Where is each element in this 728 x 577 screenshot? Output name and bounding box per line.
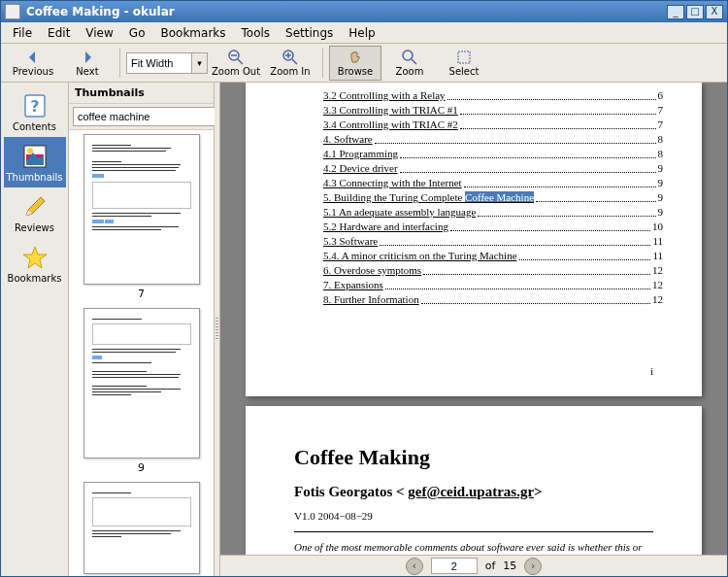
toc-title: 7. Expansions <box>323 278 383 292</box>
toc-entry[interactable]: 3.2 Controlling with a Relay6 <box>323 88 663 103</box>
toc-title: 5. Building the Turing Complete Coffee M… <box>323 190 534 205</box>
toc-entry[interactable]: 4. Software8 <box>323 132 663 147</box>
next-button[interactable]: Next <box>61 46 114 81</box>
menu-file[interactable]: File <box>5 24 40 42</box>
sidebar-tab-thumbnails[interactable]: Thumbnails <box>4 137 66 187</box>
toc-page-number: 11 <box>652 249 663 263</box>
thumbnail-item[interactable] <box>83 482 200 574</box>
toc-entry[interactable]: 5.3 Software11 <box>323 234 663 249</box>
doc-version: V1.0 2004−08−29 <box>294 510 653 522</box>
toc-page-number: 12 <box>652 292 663 307</box>
minimize-button[interactable]: _ <box>667 5 684 19</box>
toc-page-number: 8 <box>658 147 664 161</box>
menu-edit[interactable]: Edit <box>40 24 78 42</box>
thumbnail-preview <box>83 482 200 574</box>
toc-leader-dots <box>423 263 650 275</box>
toc-entry[interactable]: 4.1 Programming8 <box>323 147 663 161</box>
close-button[interactable]: X <box>706 5 723 19</box>
zoom-combo[interactable]: ▾ <box>126 51 208 75</box>
toc-page-number: 10 <box>652 220 663 234</box>
prev-page-button[interactable]: ‹ <box>406 558 423 575</box>
toc-entry[interactable]: 4.3 Connecting with the Internet9 <box>323 176 663 190</box>
toc-entry[interactable]: 4.2 Device driver9 <box>323 161 663 176</box>
zoom-out-icon <box>228 50 244 65</box>
document-view: 3.2 Controlling with a Relay63.3 Control… <box>220 83 727 576</box>
window-title: Coffee Making - okular <box>26 5 665 18</box>
next-page-button[interactable]: › <box>524 558 542 575</box>
toc-title: 3.4 Controlling with TRIAC #2 <box>323 118 458 132</box>
menu-settings[interactable]: Settings <box>278 24 341 42</box>
menu-help[interactable]: Help <box>341 24 382 42</box>
toc-title: 3.3 Controlling with TRIAC #1 <box>323 103 458 118</box>
toc-entry[interactable]: 5.2 Hardware and interfacing10 <box>323 220 663 234</box>
sidebar-tab-contents[interactable]: ? Contents <box>4 86 66 137</box>
svg-rect-9 <box>458 51 470 63</box>
magnifier-icon <box>402 50 417 65</box>
separator <box>322 49 323 78</box>
toc-page-number: 9 <box>658 161 664 176</box>
toc-leader-dots <box>536 190 655 202</box>
thumbnails-search-row: ⌫ 🔍 <box>69 104 214 129</box>
toc-leader-dots <box>385 278 650 289</box>
toc-title: 6. Overdose symptoms <box>323 263 421 278</box>
sidebar-tab-bookmarks[interactable]: Bookmarks <box>4 238 66 288</box>
toc-entry[interactable]: 5.1 An adequate assembly language9 <box>323 205 663 220</box>
toc-title: 4.3 Connecting with the Internet <box>323 176 462 190</box>
main-area: ? Contents Thumbnails Reviews Bookmarks … <box>1 83 727 576</box>
thumbnail-label: 7 <box>83 288 200 300</box>
toc-page-number: 7 <box>658 103 664 118</box>
arrow-right-icon <box>80 50 95 65</box>
separator <box>119 49 120 78</box>
toc-entry[interactable]: 5. Building the Turing Complete Coffee M… <box>323 190 663 205</box>
toc-entry[interactable]: 6. Overdose symptoms12 <box>323 263 663 278</box>
document-scroll[interactable]: 3.2 Controlling with a Relay63.3 Control… <box>220 83 727 555</box>
select-button[interactable]: Select <box>438 46 490 81</box>
menu-tools[interactable]: Tools <box>234 24 279 42</box>
zoom-in-icon <box>282 50 298 65</box>
search-input[interactable] <box>73 107 216 126</box>
sidebar-tabs: ? Contents Thumbnails Reviews Bookmarks <box>1 83 69 576</box>
toc-leader-dots <box>519 249 651 260</box>
svg-line-1 <box>238 59 243 64</box>
sidebar-tab-reviews[interactable]: Reviews <box>4 187 66 238</box>
zoom-tool-button[interactable]: Zoom <box>383 46 436 81</box>
svg-line-4 <box>292 59 297 64</box>
menu-go[interactable]: Go <box>121 24 153 42</box>
toc-leader-dots <box>460 118 656 129</box>
toc-entry[interactable]: 5.4. A minor criticism on the Turing Mac… <box>323 249 663 263</box>
toc-entry[interactable]: 3.3 Controlling with TRIAC #17 <box>323 103 663 118</box>
svg-line-8 <box>412 59 416 64</box>
toc-entry[interactable]: 3.4 Controlling with TRIAC #27 <box>323 118 663 132</box>
page-number-input[interactable] <box>431 558 478 574</box>
thumbnails-list[interactable]: 7 9 <box>69 129 214 576</box>
toc-entry[interactable]: 7. Expansions12 <box>323 278 663 292</box>
page-of-label: of <box>485 560 496 572</box>
thumbnail-item[interactable]: 9 <box>83 308 200 474</box>
zoom-dropdown-icon[interactable]: ▾ <box>192 52 208 74</box>
toc-page-number: 7 <box>658 118 664 132</box>
toc-entry[interactable]: 8. Further Information12 <box>323 292 663 307</box>
previous-button[interactable]: Previous <box>7 46 59 81</box>
author-email-link[interactable]: gef@ceid.upatras.gr <box>408 484 534 499</box>
zoom-in-button[interactable]: Zoom In <box>264 46 316 81</box>
thumbnail-item[interactable]: 7 <box>83 134 200 300</box>
svg-text:?: ? <box>30 97 39 116</box>
thumbnail-label: 9 <box>83 461 200 474</box>
zoom-input[interactable] <box>126 52 192 74</box>
toc-page-number: 9 <box>658 205 664 220</box>
toc-page-number: 12 <box>652 278 663 292</box>
zoom-out-button[interactable]: Zoom Out <box>210 46 262 81</box>
doc-intro: One of the most memorable comments about… <box>294 540 653 555</box>
hand-icon <box>347 50 363 65</box>
select-icon <box>456 50 472 65</box>
menu-view[interactable]: View <box>78 24 120 42</box>
toc-page-number: 9 <box>658 190 664 205</box>
toc-page-number: 11 <box>652 234 663 249</box>
maximize-button[interactable]: □ <box>686 5 704 19</box>
svg-point-14 <box>27 148 33 153</box>
toc-leader-dots <box>380 234 650 246</box>
menu-bookmarks[interactable]: Bookmarks <box>152 24 233 42</box>
toc-leader-dots <box>375 132 656 144</box>
toc-title: 5.4. A minor criticism on the Turing Mac… <box>323 249 517 263</box>
browse-button[interactable]: Browse <box>329 46 381 81</box>
